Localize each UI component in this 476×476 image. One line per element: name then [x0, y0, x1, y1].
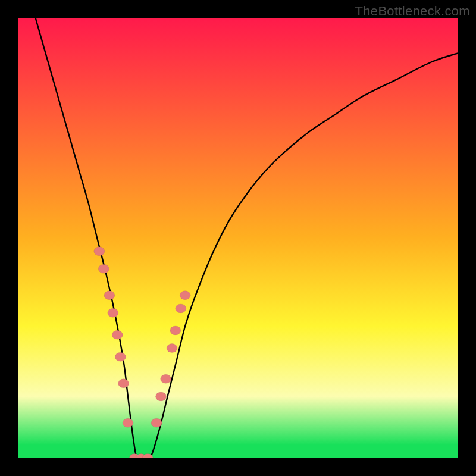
bead-marker [104, 291, 115, 300]
curve-group [36, 18, 458, 458]
bead-marker [167, 344, 177, 353]
bead-marker [176, 304, 186, 313]
bead-marker [94, 247, 105, 256]
bead-marker [170, 326, 181, 335]
bead-marker [123, 418, 133, 427]
curve-layer [18, 18, 458, 458]
watermark-text: TheBottleneck.com [355, 4, 470, 19]
bead-marker [156, 392, 167, 401]
bottleneck-curve [36, 18, 458, 458]
bead-markers [94, 247, 190, 458]
bead-marker [118, 379, 129, 388]
bead-marker [98, 264, 109, 273]
bead-marker [151, 418, 162, 427]
bead-marker [161, 374, 171, 383]
bead-marker [180, 291, 190, 300]
bead-marker [115, 352, 126, 361]
chart-frame: TheBottleneck.com [0, 0, 476, 476]
plot-area [18, 18, 458, 458]
bead-marker [108, 308, 118, 317]
bead-marker [112, 330, 123, 339]
